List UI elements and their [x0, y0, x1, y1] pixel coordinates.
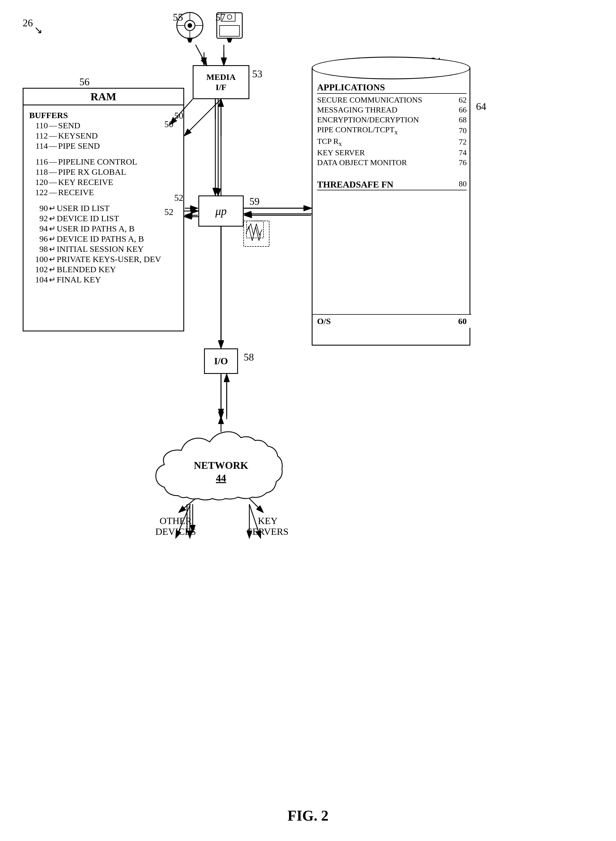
ref-26: 26 [23, 17, 33, 29]
ram-item-92: 92 ↵ DEVICE ID LIST [29, 214, 177, 223]
ram-item-94: 94 ↵ USER ID PATHS A, B [29, 224, 177, 233]
ram-box: RAM BUFFERS 110 — SEND 112 — KEYSEND 114… [23, 88, 184, 331]
db-item-72: TCP Rx 72 [317, 137, 467, 148]
applications-title: APPLICATIONS [317, 82, 467, 94]
ref-26-arrow: ↘ [34, 24, 43, 36]
ram-item-100: 100 ↵ PRIVATE KEYS-USER, DEV [29, 254, 177, 264]
ref-53: 53 [252, 68, 263, 80]
ram-item-98: 98 ↵ INITIAL SESSION KEY [29, 244, 177, 254]
io-label: I/O [214, 356, 228, 366]
figure-caption: FIG. 2 [287, 807, 329, 824]
db-content: APPLICATIONS SECURE COMMUNICATIONS 62 ME… [312, 79, 471, 195]
db-item-68: ENCRYPTION/DECRYPTION 68 [317, 115, 467, 125]
ram-item-114: 114 — PIPE SEND [29, 141, 177, 151]
ram-item-122: 122 — RECEIVE [29, 188, 177, 197]
other-devices-label: OTHERDEVICES [150, 516, 201, 537]
arrow-label-50: 50 [164, 119, 173, 129]
media-icons-container [176, 11, 244, 44]
svg-line-43 [195, 45, 207, 66]
media-if-box: MEDIAI/F [193, 65, 249, 99]
svg-text:NETWORK: NETWORK [194, 460, 248, 471]
ram-content: BUFFERS 110 — SEND 112 — KEYSEND 114 — P… [23, 105, 183, 288]
os-row: O/S 60 [312, 314, 471, 328]
ram-title: RAM [23, 89, 183, 105]
ref-59: 59 [249, 195, 260, 207]
ram-item-90: 90 ↵ USER ID LIST [29, 204, 177, 213]
svg-point-27 [188, 23, 192, 28]
ref-56: 56 [79, 76, 89, 88]
diagram: 26 ↘ [0, 0, 616, 841]
network-cloud: NETWORK 44 [150, 416, 292, 514]
db-item-70: PIPE CONTROL/TCPTx 70 [317, 125, 467, 136]
svg-line-37 [249, 498, 264, 513]
db-body: APPLICATIONS SECURE COMMUNICATIONS 62 ME… [312, 68, 470, 346]
svg-rect-31 [220, 25, 239, 36]
ram-item-110: 110 — SEND [29, 121, 177, 130]
ref-57: 57 [216, 11, 226, 23]
db-item-66: MESSAGING THREAD 66 [317, 105, 467, 114]
db-item-74: KEY SERVER 74 [317, 148, 467, 157]
svg-line-6 [184, 99, 221, 136]
threadsafe-title: THREADSAFE FN 80 [317, 179, 467, 190]
up-label: μp [216, 205, 227, 218]
db-item-76: DATA OBJECT MONITOR 76 [317, 158, 467, 167]
buffers-label: BUFFERS [29, 110, 177, 120]
ref-55: 55 [173, 11, 183, 23]
ram-item-104: 104 ↵ FINAL KEY [29, 275, 177, 284]
media-if-label: MEDIAI/F [206, 72, 235, 92]
svg-line-36 [179, 498, 195, 513]
arrow-label-52: 52 [164, 207, 173, 217]
svg-point-32 [227, 15, 232, 19]
key-servers-label: KEYSERVERS [246, 516, 289, 537]
microprocessor-box: μp [198, 195, 244, 227]
os-ref: 60 [458, 316, 467, 326]
ram-item-118: 118 — PIPE RX GLOBAL [29, 167, 177, 177]
db-top [312, 57, 470, 79]
svg-text:44: 44 [216, 472, 226, 484]
ref-64: 64 [476, 101, 486, 113]
ram-item-96: 96 ↵ DEVICE ID PATHS A, B [29, 234, 177, 243]
ram-item-102: 102 ↵ BLENDED KEY [29, 265, 177, 274]
crystal-symbol [244, 215, 266, 246]
ram-item-120: 120 — KEY RECEIVE [29, 177, 177, 187]
io-box: I/O [204, 349, 238, 374]
ram-item-112: 112 — KEYSEND [29, 131, 177, 141]
db-item-62: SECURE COMMUNICATIONS 62 [317, 95, 467, 104]
ram-item-116: 116 — PIPELINE CONTROL [29, 157, 177, 167]
ref-58: 58 [244, 351, 254, 363]
os-label: O/S [317, 316, 331, 326]
database-container: APPLICATIONS SECURE COMMUNICATIONS 62 ME… [312, 57, 470, 357]
